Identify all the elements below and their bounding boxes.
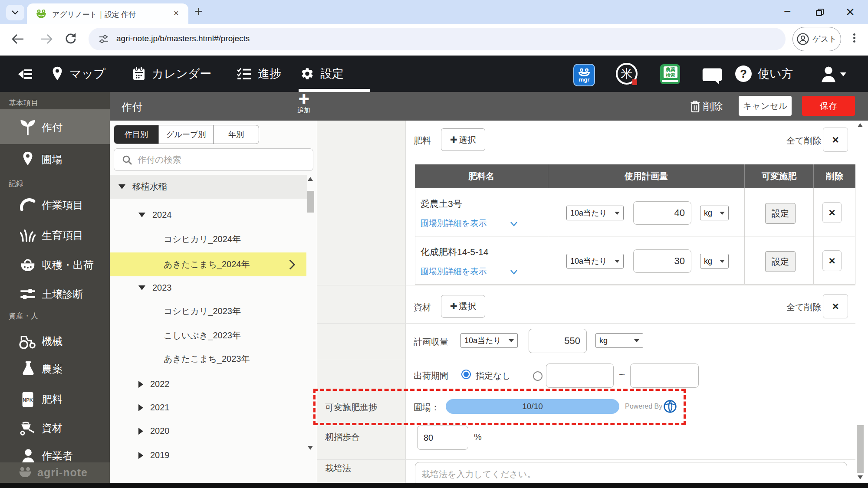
- tree-item-akitakomachi-2023[interactable]: あきたこまち_2023年: [110, 347, 307, 371]
- field-detail-link[interactable]: 圃場別詳細を表示: [421, 266, 487, 277]
- book-spine: [662, 80, 678, 82]
- browser-menu-button[interactable]: [853, 32, 855, 44]
- expander-collapsed-icon[interactable]: [138, 452, 143, 459]
- material-delete-all-label: 全て削除: [786, 301, 821, 313]
- sidebar-item-field[interactable]: 圃場: [0, 144, 110, 174]
- tab-close-icon[interactable]: ×: [174, 8, 179, 18]
- row-delete-button[interactable]: ×: [822, 250, 842, 271]
- tab-title: アグリノート｜設定 作付: [52, 10, 136, 20]
- main-scroll-down-arrow[interactable]: [858, 475, 863, 479]
- amount-input[interactable]: [633, 201, 691, 225]
- period-radio[interactable]: [533, 371, 542, 381]
- tree-item-koshihikari-2023[interactable]: コシヒカリ_2023年: [110, 299, 307, 323]
- cancel-button[interactable]: キャンセル: [739, 96, 792, 116]
- sidebar-item-work-items[interactable]: 作業項目: [0, 192, 110, 219]
- sidebar-item-pesticide[interactable]: 農薬: [0, 356, 110, 383]
- nav-item-help[interactable]: ? 使い方: [735, 63, 793, 84]
- tab-by-year[interactable]: 年別: [213, 125, 259, 144]
- sidebar-item-growth-items[interactable]: 生育項目: [0, 222, 110, 249]
- hulling-ratio-input[interactable]: [417, 426, 468, 450]
- tree-item-rice-transplant[interactable]: 移植水稲: [110, 175, 307, 199]
- sidebar-item-soil-diagnosis[interactable]: 土壌診断: [0, 281, 110, 308]
- fertilizer-select-button[interactable]: ✚ 選択: [441, 128, 485, 151]
- tree-item-koshiibuki-2023[interactable]: こしいぶき_2023年: [110, 324, 307, 347]
- pesticide-search-app-icon[interactable]: 農薬 検索: [660, 64, 680, 84]
- agrinote-mgr-app-icon[interactable]: mgr: [573, 64, 595, 86]
- period-end-input[interactable]: [630, 364, 699, 388]
- sidebar-item-fertilizer[interactable]: NPK 肥料: [0, 386, 110, 413]
- sidebar-item-sakutsuke[interactable]: 作付: [0, 109, 110, 144]
- amount-input[interactable]: [633, 249, 691, 273]
- unit-select[interactable]: kg: [700, 206, 729, 220]
- fertilizer-clear-all-button[interactable]: ×: [823, 128, 848, 152]
- window-close-button[interactable]: ✕: [845, 6, 855, 19]
- fertilizer-name: 化成肥料14-5-14: [421, 246, 488, 258]
- main-scroll-up-arrow[interactable]: [858, 123, 863, 127]
- tree-item-2023[interactable]: 2023: [110, 276, 307, 300]
- chat-bubble-icon[interactable]: [702, 68, 723, 85]
- sidebar-item-machinery[interactable]: 機械: [0, 328, 110, 355]
- tree-item-2022[interactable]: 2022: [110, 372, 307, 396]
- material-select-button[interactable]: ✚ 選択: [441, 295, 485, 318]
- nav-item-progress[interactable]: 進捗: [237, 63, 281, 84]
- per-area-select[interactable]: 10a当たり: [566, 206, 624, 220]
- back-button[interactable]: [11, 33, 24, 45]
- tree-scroll-up-arrow[interactable]: [308, 177, 313, 181]
- add-button[interactable]: ✚ 追加: [288, 93, 319, 120]
- nav-item-calendar[interactable]: カレンダー: [132, 63, 212, 84]
- period-start-input[interactable]: [546, 364, 614, 388]
- tree-search-input[interactable]: [137, 151, 308, 169]
- window-minimize-button[interactable]: −: [784, 4, 791, 18]
- sidebar-item-harvest-shipping[interactable]: 収穫・出荷: [0, 252, 110, 278]
- forward-button[interactable]: [40, 33, 53, 45]
- powered-by-label: Powered By: [625, 403, 662, 410]
- tree-item-2024[interactable]: 2024: [110, 203, 307, 227]
- tree-item-2021[interactable]: 2021: [110, 396, 307, 419]
- yield-amount-input[interactable]: [529, 329, 587, 353]
- nav-item-map[interactable]: マップ: [51, 63, 105, 84]
- expander-collapsed-icon[interactable]: [138, 404, 143, 411]
- unit-select[interactable]: kg: [700, 254, 729, 269]
- expander-collapsed-icon[interactable]: [138, 428, 143, 435]
- rice-app-icon[interactable]: 米: [616, 63, 638, 85]
- url-bar[interactable]: agri-note.jp/b/masters.html#/projects: [89, 28, 786, 50]
- tab-by-group[interactable]: グループ別: [158, 125, 214, 144]
- main-scrollbar-thumb[interactable]: [857, 425, 864, 473]
- yield-per-area-select[interactable]: 10a当たり: [460, 333, 518, 348]
- account-menu[interactable]: [820, 65, 846, 83]
- tab-by-crop[interactable]: 作目別: [114, 125, 159, 144]
- window-restore-button[interactable]: [816, 9, 824, 16]
- tree-scroll-down-arrow[interactable]: [308, 446, 313, 450]
- field-detail-link[interactable]: 圃場別詳細を表示: [421, 218, 487, 229]
- material-clear-all-button[interactable]: ×: [823, 294, 848, 318]
- tree-search-box[interactable]: [114, 148, 313, 171]
- tree-item-koshihikari-2024[interactable]: コシヒカリ_2024年: [110, 227, 307, 251]
- collapse-sidebar-icon[interactable]: [13, 68, 34, 81]
- no-spec-radio[interactable]: [461, 370, 471, 379]
- variable-fertilization-config-button[interactable]: 設定: [765, 251, 796, 272]
- tree-item-2019[interactable]: 2019: [110, 443, 307, 467]
- yield-unit-select[interactable]: kg: [595, 333, 643, 348]
- tree-scrollbar-thumb[interactable]: [307, 191, 314, 213]
- reload-button[interactable]: [64, 32, 77, 45]
- nav-item-settings[interactable]: 設定: [300, 63, 344, 84]
- tab-search-button[interactable]: [6, 5, 24, 20]
- guest-profile-button[interactable]: ゲスト: [792, 27, 841, 51]
- planned-yield-label: 計画収量: [414, 336, 448, 348]
- sidebar-item-materials[interactable]: 資材: [0, 415, 110, 442]
- expander-expanded-icon[interactable]: [118, 184, 125, 189]
- tree-item-2020[interactable]: 2020: [110, 419, 307, 443]
- save-button[interactable]: 保存: [802, 96, 855, 116]
- expander-expanded-icon[interactable]: [138, 285, 145, 290]
- row-delete-button[interactable]: ×: [822, 202, 842, 223]
- per-area-select[interactable]: 10a当たり: [566, 254, 624, 269]
- browser-tab[interactable]: アグリノート｜設定 作付 ×: [27, 3, 188, 24]
- expander-expanded-icon[interactable]: [138, 213, 145, 217]
- new-tab-button[interactable]: +: [194, 3, 203, 20]
- window-bottom-edge: [0, 483, 868, 488]
- expander-collapsed-icon[interactable]: [138, 381, 143, 388]
- variable-fertilization-config-button[interactable]: 設定: [765, 203, 796, 224]
- site-info-icon[interactable]: [99, 35, 108, 43]
- delete-button[interactable]: 削除: [690, 99, 723, 114]
- tree-item-akitakomachi-2024-selected[interactable]: あきたこまち_2024年: [110, 252, 306, 276]
